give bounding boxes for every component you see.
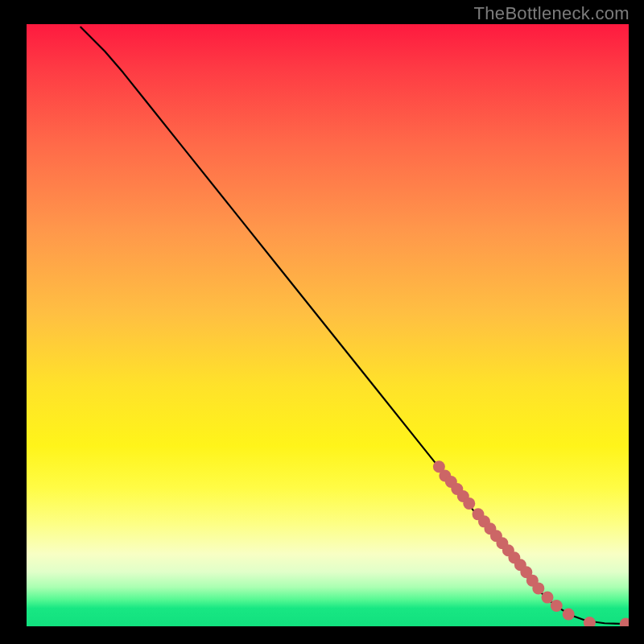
bottleneck-curve — [80, 27, 625, 624]
watermark-text: TheBottleneck.com — [474, 3, 630, 24]
data-point — [584, 617, 596, 626]
plot-area — [27, 24, 629, 626]
chart-frame: TheBottleneck.com — [0, 0, 644, 644]
data-point — [542, 592, 554, 604]
data-point — [551, 600, 563, 612]
data-point — [463, 497, 475, 510]
chart-overlay — [27, 24, 629, 626]
data-points — [433, 460, 629, 626]
data-point — [563, 609, 575, 621]
data-point — [620, 618, 629, 626]
data-point — [532, 582, 544, 594]
